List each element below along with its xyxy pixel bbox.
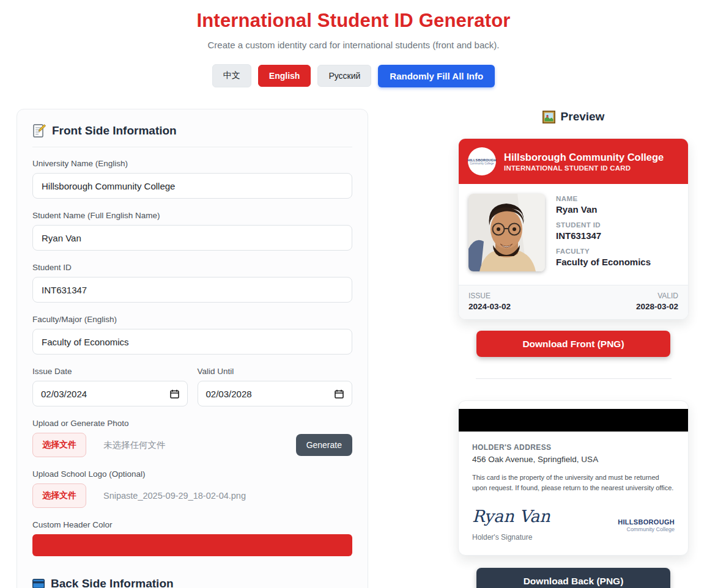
front-side-heading-label: Front Side Information: [52, 124, 177, 138]
generate-photo-button[interactable]: Generate: [296, 434, 352, 456]
student-name-input[interactable]: [32, 225, 352, 251]
student-id-label: Student ID: [32, 263, 352, 272]
memo-icon: [32, 124, 46, 138]
faculty-input[interactable]: [32, 329, 352, 355]
issue-date-value: 02/03/2024: [41, 389, 87, 399]
school-logo-badge: HILLSBOROUGH Community College: [468, 147, 496, 175]
page-header: International Student ID Generator Creat…: [0, 0, 707, 87]
card-issue-block: ISSUE 2024-03-02: [468, 292, 511, 311]
card-issue-date: 2024-03-02: [468, 302, 511, 311]
lang-button-english[interactable]: English: [258, 65, 311, 87]
logo-upload-row: 选择文件 Snipaste_2025-09-29_18-02-04.png: [32, 483, 352, 508]
holder-signature-label: Holder's Signature: [472, 533, 550, 542]
lang-button-russian[interactable]: Русский: [317, 65, 371, 87]
heading-divider: [32, 147, 352, 147]
student-id-field: Student ID: [32, 263, 352, 303]
front-side-form-panel: Front Side Information University Name (…: [17, 109, 368, 588]
front-side-heading: Front Side Information: [32, 124, 352, 138]
valid-until-value: 02/03/2028: [206, 389, 252, 399]
back-school-logo: HILLSBOROUGH Community College: [618, 516, 675, 532]
valid-until-label: Valid Until: [198, 367, 353, 376]
header-color-input[interactable]: [32, 534, 352, 556]
student-photo: [468, 194, 545, 271]
card-header-text: Hillsborough Community College INTERNATI…: [504, 151, 664, 172]
card-faculty-label: FACULTY: [556, 248, 651, 255]
preview-heading-label: Preview: [561, 110, 605, 123]
back-logo-line2: Community College: [618, 526, 675, 532]
card-faculty-value: Faculty of Economics: [556, 257, 651, 267]
randomly-fill-button[interactable]: Randomly Fill All Info: [378, 65, 495, 87]
header-color-label: Custom Header Color: [32, 520, 352, 529]
photo-upload-label: Upload or Generate Photo: [32, 419, 352, 428]
card-info-block: NAME Ryan Van STUDENT ID INT631347 FACUL…: [556, 194, 651, 274]
faculty-field: Faculty/Major (English): [32, 315, 352, 355]
student-name-field: Student Name (Full English Name): [32, 211, 352, 251]
id-card-back-preview: HOLDER'S ADDRESS 456 Oak Avenue, Springf…: [458, 400, 689, 556]
calendar-icon: [335, 389, 344, 399]
card-valid-block: VALID 2028-03-02: [636, 292, 678, 311]
valid-until-field: Valid Until 02/03/2028: [198, 367, 353, 406]
university-name-field: University Name (English): [32, 159, 352, 199]
header-color-field: Custom Header Color: [32, 520, 352, 556]
faculty-label: Faculty/Major (English): [32, 315, 352, 324]
photo-choose-file-button[interactable]: 选择文件: [32, 433, 86, 457]
download-front-button[interactable]: Download Front (PNG): [476, 331, 670, 357]
card-back-content: HOLDER'S ADDRESS 456 Oak Avenue, Springf…: [459, 432, 688, 555]
photo-file-status: 未选择任何文件: [103, 439, 166, 451]
framed-picture-icon: [542, 111, 555, 123]
university-name-input[interactable]: [32, 173, 352, 199]
holder-address-label: HOLDER'S ADDRESS: [472, 443, 675, 452]
signature-block: Ryan Van Holder's Signature: [472, 507, 550, 542]
photo-upload-field: Upload or Generate Photo 选择文件 未选择任何文件 Ge…: [32, 419, 352, 457]
card-front-footer: ISSUE 2024-03-02 VALID 2028-03-02: [459, 285, 688, 319]
preview-divider: [476, 378, 672, 379]
card-front-header: HILLSBOROUGH Community College Hillsboro…: [459, 139, 688, 184]
issue-date-field: Issue Date 02/03/2024: [32, 367, 188, 406]
card-front-body: NAME Ryan Van STUDENT ID INT631347 FACUL…: [459, 184, 688, 285]
preview-heading: Preview: [456, 110, 691, 123]
card-student-id-value: INT631347: [556, 230, 651, 241]
logo-upload-field: Upload School Logo (Optional) 选择文件 Snipa…: [32, 469, 352, 508]
preview-column: Preview HILLSBOROUGH Community College H…: [456, 109, 691, 588]
holder-signature: Ryan Van: [472, 507, 550, 526]
lang-button-chinese[interactable]: 中文: [212, 64, 251, 87]
card-name-label: NAME: [556, 195, 651, 202]
card-type-label: INTERNATIONAL STUDENT ID CARD: [504, 164, 664, 172]
back-logo-line1: HILLSBOROUGH: [618, 518, 675, 526]
calendar-icon: [170, 389, 179, 399]
card-issue-label: ISSUE: [468, 292, 511, 300]
card-university-name: Hillsborough Community College: [504, 151, 664, 164]
logo-file-name: Snipaste_2025-09-29_18-02-04.png: [103, 491, 246, 501]
page-title: International Student ID Generator: [0, 10, 707, 32]
signature-row: Ryan Van Holder's Signature HILLSBOROUGH…: [472, 507, 675, 542]
school-logo-line2: Community College: [470, 162, 494, 165]
language-toolbar: 中文 English Русский Randomly Fill All Inf…: [0, 64, 707, 87]
valid-until-input[interactable]: 02/03/2028: [198, 381, 353, 406]
credit-card-icon: [32, 579, 45, 588]
student-name-label: Student Name (Full English Name): [32, 211, 352, 220]
magnetic-stripe: [459, 409, 688, 432]
date-fields-row: Issue Date 02/03/2024 Valid Until: [32, 367, 352, 406]
university-name-label: University Name (English): [32, 159, 352, 168]
download-back-button[interactable]: Download Back (PNG): [476, 568, 670, 588]
card-student-id-label: STUDENT ID: [556, 221, 651, 229]
holder-address-value: 456 Oak Avenue, Springfield, USA: [472, 455, 675, 464]
logo-choose-file-button[interactable]: 选择文件: [32, 483, 86, 508]
issue-date-label: Issue Date: [32, 367, 188, 376]
id-card-front-preview: HILLSBOROUGH Community College Hillsboro…: [458, 138, 689, 320]
card-valid-label: VALID: [636, 292, 678, 300]
card-notice-text: This card is the property of the univers…: [472, 472, 674, 493]
back-side-heading-label: Back Side Information: [51, 577, 174, 588]
card-name-value: Ryan Van: [556, 204, 651, 215]
logo-upload-label: Upload School Logo (Optional): [32, 469, 352, 479]
card-valid-date: 2028-03-02: [636, 302, 678, 311]
photo-upload-row: 选择文件 未选择任何文件 Generate: [32, 433, 352, 457]
student-id-input[interactable]: [32, 277, 352, 303]
back-side-heading: Back Side Information: [32, 577, 352, 588]
issue-date-input[interactable]: 02/03/2024: [32, 381, 188, 406]
page-subtitle: Create a custom identity card for intern…: [0, 40, 707, 50]
